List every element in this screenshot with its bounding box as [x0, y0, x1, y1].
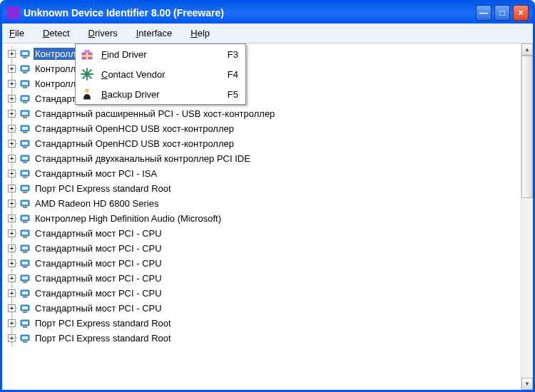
svg-rect-17 [23, 132, 27, 133]
tree-item[interactable]: +Стандартный мост PCI - ISA [5, 166, 521, 181]
close-button[interactable]: × [513, 5, 529, 21]
menu-interface[interactable]: Interface [132, 26, 177, 41]
expand-icon[interactable]: + [8, 334, 16, 342]
expand-icon[interactable]: + [8, 155, 16, 163]
device-icon [19, 63, 31, 75]
tree-item-label[interactable]: Стандартный двухканальный контроллер PCI… [34, 153, 252, 165]
device-icon [19, 228, 31, 239]
snowflake-icon [80, 67, 94, 81]
svg-rect-7 [22, 82, 28, 85]
tree-branch: + [5, 301, 19, 316]
tree-item[interactable]: +Стандартный мост PCI - CPU [5, 271, 521, 286]
menu-item-backup-driver[interactable]: Backup Driver F5 [76, 84, 245, 104]
tree-item-label[interactable]: Стандартный мост PCI - ISA [34, 167, 158, 180]
app-icon [6, 6, 19, 19]
contact-vendor-label: Contact Vendor [101, 69, 228, 80]
tree-item-label[interactable]: Порт PCI Express standard Root [34, 317, 173, 329]
titlebar[interactable]: Unknown Device Identifier 8.00 (Freeware… [2, 2, 533, 24]
expand-icon[interactable]: + [8, 95, 16, 103]
svg-rect-47 [23, 282, 27, 283]
expand-icon[interactable]: + [8, 65, 16, 73]
tree-item[interactable]: +Стандартный двухканальный контроллер PC… [5, 151, 521, 166]
svg-rect-23 [23, 162, 27, 163]
tree-item-label[interactable]: Контролл [34, 48, 77, 60]
tree-item-label[interactable]: Стандартный OpenHCD USB хост-контроллер [34, 138, 235, 150]
tree-item-label[interactable]: Стандартный мост PCI - CPU [34, 302, 163, 314]
tree-item[interactable]: +Стандартный мост PCI - CPU [5, 226, 521, 241]
svg-rect-13 [22, 112, 28, 115]
svg-rect-19 [22, 142, 28, 145]
tree-item-label[interactable]: Контроллер High Definition Audio (Micros… [34, 212, 223, 225]
expand-icon[interactable]: + [8, 185, 16, 192]
expand-icon[interactable]: + [8, 50, 16, 58]
tree-item-label[interactable]: Стандартный OpenHCD USB хост-контроллер [34, 123, 235, 135]
menu-detect[interactable]: Detect [39, 26, 74, 41]
menu-help[interactable]: Help [186, 26, 214, 41]
tree-item[interactable]: +Стандартный расширенный PCI - USB хост-… [5, 106, 521, 121]
device-icon [19, 183, 31, 195]
device-icon [19, 258, 31, 269]
tree-item-label[interactable]: Стандартный мост PCI - CPU [34, 242, 163, 254]
menu-item-contact-vendor[interactable]: Contact Vendor F4 [76, 64, 245, 84]
tree-item[interactable]: +Порт PCI Express standard Root [5, 331, 521, 346]
tree-item-label[interactable]: Стандартный мост PCI - CPU [34, 272, 163, 284]
tree-item-label[interactable]: Стандартный мост PCI - CPU [34, 227, 163, 239]
tree-item-label[interactable]: AMD Radeon HD 6800 Series [34, 197, 160, 210]
tree-item[interactable]: +Стандартный мост PCI - CPU [5, 241, 521, 256]
tree-item[interactable]: +Стандартный OpenHCD USB хост-контроллер [5, 136, 521, 151]
tree-branch: + [5, 106, 19, 121]
tree-item-label[interactable]: Порт PCI Express standard Root [34, 182, 173, 195]
tree-item[interactable]: +Контроллер High Definition Audio (Micro… [5, 211, 521, 226]
tree-branch: + [5, 121, 19, 136]
tree-branch: + [5, 211, 19, 226]
menu-item-find-driver[interactable]: Find Driver F3 [76, 44, 245, 64]
expand-icon[interactable]: + [8, 200, 16, 207]
svg-rect-1 [22, 52, 28, 55]
svg-rect-55 [22, 321, 28, 324]
tree-branch: + [5, 91, 19, 106]
tree-item-label[interactable]: Стандартный мост PCI - CPU [34, 287, 163, 299]
expand-icon[interactable]: + [8, 125, 16, 133]
device-icon [19, 153, 31, 165]
expand-icon[interactable]: + [8, 170, 16, 177]
maximize-button[interactable]: □ [494, 5, 510, 21]
svg-rect-29 [23, 192, 27, 193]
find-driver-shortcut: F3 [228, 49, 238, 60]
tree-item[interactable]: +Стандартный мост PCI - CPU [5, 301, 521, 316]
tree-item[interactable]: +Порт PCI Express standard Root [5, 181, 521, 196]
scroll-down-button[interactable]: ▼ [521, 378, 533, 390]
scroll-track[interactable] [521, 56, 533, 378]
tree-item[interactable]: +Стандартный OpenHCD USB хост-контроллер [5, 121, 521, 136]
expand-icon[interactable]: + [8, 319, 16, 327]
svg-rect-53 [23, 311, 27, 313]
tree-item-label[interactable]: Стандартный мост PCI - CPU [34, 257, 163, 269]
tree-branch: + [5, 61, 19, 76]
scroll-up-button[interactable]: ▲ [521, 43, 533, 56]
scroll-thumb[interactable] [521, 56, 533, 198]
tree-item[interactable]: +Порт PCI Express standard Root [5, 316, 521, 331]
device-icon [19, 108, 31, 120]
expand-icon[interactable]: + [8, 80, 16, 88]
expand-icon[interactable]: + [8, 140, 16, 148]
vertical-scrollbar[interactable]: ▲ ▼ [521, 43, 533, 390]
expand-icon[interactable]: + [8, 274, 16, 282]
expand-icon[interactable]: + [8, 244, 16, 252]
device-icon [19, 288, 31, 299]
svg-rect-52 [22, 306, 28, 309]
expand-icon[interactable]: + [8, 304, 16, 312]
expand-icon[interactable]: + [8, 110, 16, 118]
tree-item[interactable]: +Стандартный мост PCI - CPU [5, 286, 521, 301]
expand-icon[interactable]: + [8, 259, 16, 267]
expand-icon[interactable]: + [8, 229, 16, 237]
tree-item-label[interactable]: Порт PCI Express standard Root [34, 332, 173, 344]
expand-icon[interactable]: + [8, 215, 16, 222]
tree-item[interactable]: +Стандартный мост PCI - CPU [5, 256, 521, 271]
menu-drivers[interactable]: Drivers [84, 26, 122, 41]
tree-item-label[interactable]: Стандартный расширенный PCI - USB хост-к… [34, 108, 276, 120]
backup-driver-shortcut: F5 [228, 89, 238, 100]
minimize-button[interactable]: — [476, 5, 491, 21]
tree-item[interactable]: +AMD Radeon HD 6800 Series [5, 196, 521, 211]
menu-file[interactable]: File [5, 26, 29, 41]
expand-icon[interactable]: + [8, 289, 16, 297]
svg-rect-62 [82, 55, 93, 57]
